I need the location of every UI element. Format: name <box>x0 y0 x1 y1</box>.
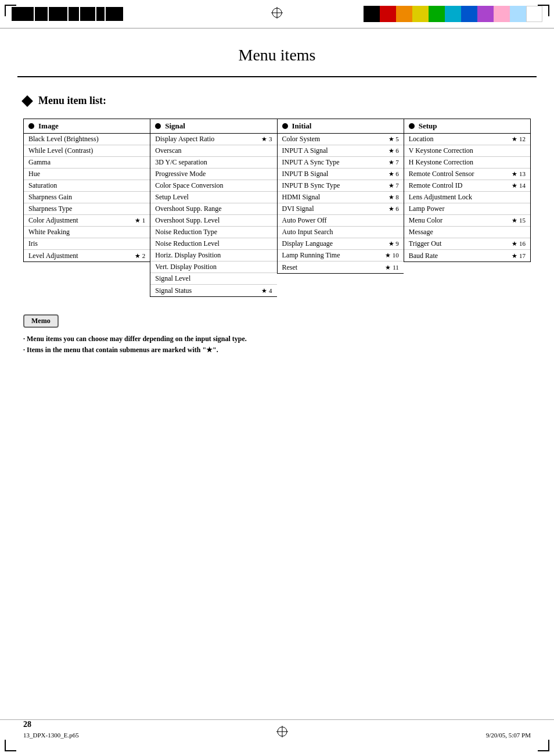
row-star: ★ 3 <box>261 135 272 143</box>
row-text: Lamp Power <box>409 205 526 213</box>
columns: ImageBlack Level (Brightness)While Level… <box>23 119 531 297</box>
row-text: Progressive Mode <box>155 170 272 178</box>
page-number: 28 <box>23 720 79 729</box>
row-text: Menu Color <box>409 216 510 225</box>
row-star: ★ 2 <box>135 252 145 260</box>
table-row: Lamp Power <box>404 203 530 215</box>
section-title: Menu item list: <box>23 95 531 107</box>
table-row: Location★ 12 <box>404 134 530 145</box>
table-row: Display Language★ 9 <box>278 238 404 250</box>
col-signal: SignalDisplay Aspect Ratio★ 3Overscan3D … <box>150 119 276 297</box>
table-row: White Peaking <box>24 227 150 238</box>
memo-item-1: · Menu items you can choose may differ d… <box>23 335 531 343</box>
table-row: Auto Power Off <box>278 215 404 227</box>
row-text: Signal Level <box>155 274 272 283</box>
row-text: V Keystone Correction <box>409 146 526 155</box>
row-star: ★ 16 <box>512 240 526 248</box>
table-row: Vert. Display Position <box>150 261 276 273</box>
row-text: Iris <box>28 239 145 248</box>
table-row: INPUT A Signal★ 6 <box>278 145 404 157</box>
footer: 28 13_DPX-1300_E.p65 9/20/05, 5:07 PM <box>0 719 554 739</box>
table-row: Hue <box>24 169 150 180</box>
swatch-lightblue <box>510 6 526 22</box>
col-header-text: Initial <box>292 121 312 131</box>
footer-right: 9/20/05, 5:07 PM <box>486 732 531 739</box>
table-row: Gamma <box>24 157 150 169</box>
col-header-image: Image <box>24 119 150 134</box>
memo-item-2: · Items in the menu that contain submenu… <box>23 346 531 354</box>
table-row: Color System★ 5 <box>278 134 404 145</box>
table-row: H Keystone Correction <box>404 157 530 169</box>
col-header-signal: Signal <box>150 119 276 134</box>
row-text: H Keystone Correction <box>409 158 526 167</box>
col-header-text: Setup <box>419 121 437 131</box>
col-header-setup: Setup <box>404 119 530 134</box>
col-image: ImageBlack Level (Brightness)While Level… <box>23 119 150 262</box>
row-star: ★ 5 <box>388 135 399 143</box>
table-row: Color Adjustment★ 1 <box>24 215 150 227</box>
table-row: Overshoot Supp. Level <box>150 215 276 227</box>
memo-label: Memo <box>23 314 59 328</box>
table-row: Setup Level <box>150 192 276 203</box>
row-text: Overshoot Supp. Range <box>155 205 272 213</box>
row-text: Saturation <box>28 181 145 190</box>
row-star: ★ 12 <box>512 135 526 143</box>
memo-section: Memo · Menu items you can choose may dif… <box>23 314 531 354</box>
row-text: Color Adjustment <box>28 216 132 225</box>
row-text: Hue <box>28 170 145 178</box>
bullet-icon <box>282 123 288 129</box>
black-blocks <box>12 7 123 21</box>
menu-columns-container: ImageBlack Level (Brightness)While Level… <box>23 119 531 297</box>
table-row: Reset★ 11 <box>278 261 404 273</box>
row-text: Remote Control ID <box>409 181 510 190</box>
bullet-icon <box>28 123 34 129</box>
bullet-icon <box>409 123 415 129</box>
row-text: Baud Rate <box>409 252 510 260</box>
swatch-cyan <box>445 6 461 22</box>
corner-mark-bl <box>5 740 16 751</box>
row-text: Noise Reduction Type <box>155 228 272 237</box>
table-row: Saturation <box>24 180 150 192</box>
table-row: INPUT B Signal★ 6 <box>278 169 404 180</box>
table-row: Baud Rate★ 17 <box>404 250 530 261</box>
row-text: Overshoot Supp. Level <box>155 216 272 225</box>
row-star: ★ 1 <box>135 217 145 224</box>
swatch-black <box>364 6 380 22</box>
row-star: ★ 17 <box>512 252 526 260</box>
footer-center <box>276 726 288 739</box>
row-star: ★ 10 <box>385 252 399 259</box>
col-setup: SetupLocation★ 12V Keystone CorrectionH … <box>404 119 531 262</box>
page-title: Menu items <box>0 46 554 65</box>
col-initial: InitialColor System★ 5INPUT A Signal★ 6I… <box>277 119 404 274</box>
row-text: Message <box>409 228 526 237</box>
table-row: Overshoot Supp. Range <box>150 203 276 215</box>
row-text: Setup Level <box>155 193 272 202</box>
black-block-1 <box>12 7 34 21</box>
section-title-text: Menu item list: <box>38 95 106 107</box>
table-row: Signal Status★ 4 <box>150 285 276 296</box>
row-text: Overscan <box>155 146 272 155</box>
row-star: ★ 4 <box>261 287 272 295</box>
row-text: Display Language <box>282 239 386 248</box>
row-star: ★ 13 <box>512 170 526 178</box>
black-block-7 <box>106 7 123 21</box>
table-row: Color Space Conversion <box>150 180 276 192</box>
table-row: Message <box>404 227 530 238</box>
table-row: Horiz. Display Position <box>150 250 276 261</box>
row-star: ★ 6 <box>388 147 399 155</box>
row-star: ★ 9 <box>388 240 399 248</box>
swatch-green <box>429 6 445 22</box>
row-star: ★ 6 <box>388 170 399 178</box>
table-row: Lamp Running Time★ 10 <box>278 250 404 261</box>
row-text: White Peaking <box>28 228 145 237</box>
row-text: 3D Y/C separation <box>155 158 272 167</box>
row-text: Location <box>409 135 510 144</box>
table-row: Remote Control Sensor★ 13 <box>404 169 530 180</box>
row-text: INPUT B Sync Type <box>282 181 386 190</box>
row-star: ★ 6 <box>388 205 399 213</box>
swatch-yellow <box>412 6 429 22</box>
table-row: Overscan <box>150 145 276 157</box>
row-text: Lamp Running Time <box>282 251 383 260</box>
row-text: Noise Reduction Level <box>155 239 272 248</box>
row-star: ★ 11 <box>385 264 398 271</box>
